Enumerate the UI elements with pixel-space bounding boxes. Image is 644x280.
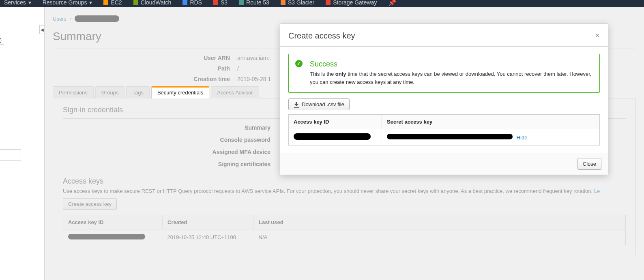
nav-rds[interactable]: RDS [182,0,202,7]
download-icon [294,102,299,107]
sidebar-heading-fragment: ) [0,26,32,32]
cell-key-id-redacted [294,133,371,140]
close-button[interactable]: Close [577,158,601,170]
chevron-down-icon: ▾ [28,0,31,6]
sidebar-account-fragment: 163752113) [0,37,32,43]
sidebar-heading-fragment: s [0,17,32,23]
nav-resource-groups[interactable]: Resource Groups ▾ [43,0,92,7]
nav-s3[interactable]: S3 [213,0,228,7]
create-access-key-modal: Create access key × ✓ Success This is th… [280,24,608,175]
pin-icon[interactable]: 📌 [388,0,396,6]
service-icon [239,0,244,5]
chevron-down-icon: ▾ [89,0,92,6]
access-key-table: Access key ID Secret access key Hide [288,114,600,145]
hide-secret-link[interactable]: Hide [517,135,528,141]
sidebar: s ) 163752113) s (SCPs) ◀ [0,7,45,280]
service-icon [103,0,108,5]
top-nav: Services ▾ Resource Groups ▾ EC2 CloudWa… [0,0,644,7]
nav-route53[interactable]: Route 53 [239,0,269,7]
sidebar-collapse-button[interactable]: ◀ [39,25,45,34]
success-alert: ✓ Success This is the only time that the… [288,54,600,93]
service-icon [213,0,218,5]
sidebar-search-input[interactable] [0,149,21,160]
cell-secret-redacted [387,134,513,139]
nav-glacier[interactable]: S3 Glacier [281,0,314,7]
nav-cloudwatch[interactable]: CloudWatch [133,0,172,7]
alert-message: This is the only time that the secret ac… [310,70,593,86]
nav-ec2[interactable]: EC2 [103,0,122,7]
service-icon [281,0,286,5]
close-icon[interactable]: × [595,31,600,39]
col-access-key-id: Access key ID [289,115,382,129]
service-icon [133,0,138,5]
nav-services[interactable]: Services ▾ [4,0,31,7]
nav-storage-gateway[interactable]: Storage Gateway [326,0,377,7]
tab-security-credentials[interactable]: Security credentials [151,86,209,98]
col-secret-access-key: Secret access key [382,115,600,129]
table-row: Hide [289,129,600,145]
modal-title: Create access key [288,31,355,41]
service-icon [326,0,331,5]
success-check-icon: ✓ [295,60,303,67]
service-icon [182,0,187,5]
alert-title: Success [310,60,593,68]
download-csv-button[interactable]: Download .csv file [288,98,350,110]
